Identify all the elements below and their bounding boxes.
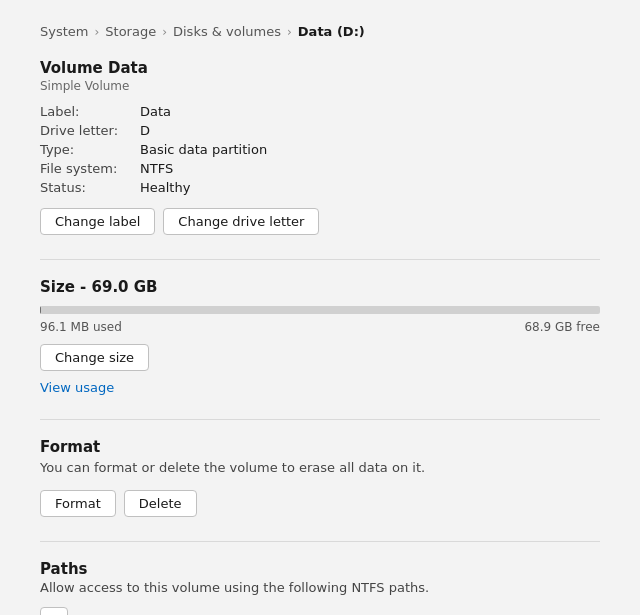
divider-1 (40, 259, 600, 260)
type-field-value: Basic data partition (140, 141, 600, 158)
drive-letter-field-label: Drive letter: (40, 122, 140, 139)
drive-letter-field-value: D (140, 122, 600, 139)
label-field-value: Data (140, 103, 600, 120)
type-field-label: Type: (40, 141, 140, 158)
paths-description: Allow access to this volume using the fo… (40, 580, 600, 595)
format-title: Format (40, 438, 600, 456)
format-description: You can format or delete the volume to e… (40, 458, 600, 478)
size-section: Size - 69.0 GB 96.1 MB used 68.9 GB free… (40, 278, 600, 395)
delete-button[interactable]: Delete (124, 490, 197, 517)
breadcrumb-item-current: Data (D:) (298, 24, 365, 39)
format-button[interactable]: Format (40, 490, 116, 517)
change-size-button[interactable]: Change size (40, 344, 149, 371)
format-button-row: Format Delete (40, 490, 600, 517)
volume-title: Volume Data (40, 59, 600, 77)
change-drive-letter-button[interactable]: Change drive letter (163, 208, 319, 235)
size-title: Size - 69.0 GB (40, 278, 600, 296)
divider-3 (40, 541, 600, 542)
breadcrumb-separator: › (94, 25, 99, 39)
change-label-button[interactable]: Change label (40, 208, 155, 235)
format-section: Format You can format or delete the volu… (40, 438, 600, 517)
add-row: + Add (40, 607, 600, 616)
status-field-label: Status: (40, 179, 140, 196)
volume-button-row: Change label Change drive letter (40, 208, 600, 235)
label-field-label: Label: (40, 103, 140, 120)
size-button-row: Change size (40, 344, 600, 371)
add-path-button[interactable]: + (40, 607, 68, 616)
plus-icon: + (49, 612, 58, 616)
breadcrumb-item-disks[interactable]: Disks & volumes (173, 24, 281, 39)
view-usage-link[interactable]: View usage (40, 380, 114, 395)
breadcrumb-separator: › (287, 25, 292, 39)
progress-bar-container (40, 306, 600, 314)
breadcrumb-item-system[interactable]: System (40, 24, 88, 39)
paths-title: Paths (40, 560, 600, 578)
progress-bar-fill (40, 306, 41, 314)
divider-2 (40, 419, 600, 420)
filesystem-field-value: NTFS (140, 160, 600, 177)
size-labels: 96.1 MB used 68.9 GB free (40, 320, 600, 334)
breadcrumb: System › Storage › Disks & volumes › Dat… (40, 24, 600, 39)
volume-section: Volume Data Simple Volume Label: Data Dr… (40, 59, 600, 235)
paths-section: Paths Allow access to this volume using … (40, 560, 600, 616)
free-label: 68.9 GB free (524, 320, 600, 334)
volume-info-table: Label: Data Drive letter: D Type: Basic … (40, 103, 600, 196)
used-label: 96.1 MB used (40, 320, 122, 334)
volume-subtitle: Simple Volume (40, 79, 600, 93)
breadcrumb-item-storage[interactable]: Storage (105, 24, 156, 39)
breadcrumb-separator: › (162, 25, 167, 39)
filesystem-field-label: File system: (40, 160, 140, 177)
status-field-value: Healthy (140, 179, 600, 196)
